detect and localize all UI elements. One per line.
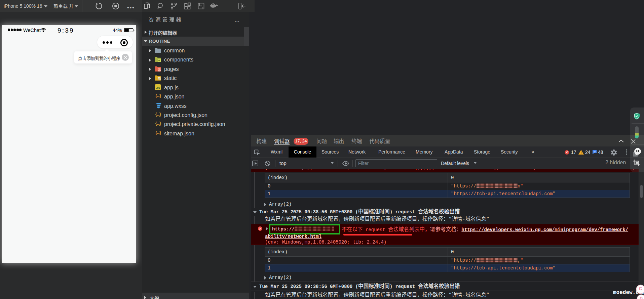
svg-text:<>: <> — [158, 69, 161, 71]
svg-text:JS: JS — [156, 86, 160, 90]
